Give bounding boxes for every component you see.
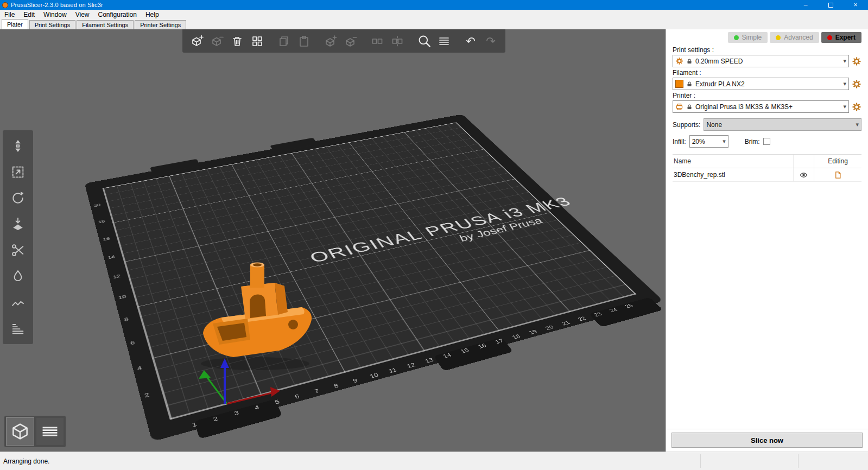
mode-advanced-label: Advanced bbox=[784, 34, 813, 41]
3d-editor-view-button[interactable] bbox=[7, 418, 34, 445]
printer-value: Original Prusa i3 MK3S & MK3S+ bbox=[695, 103, 839, 111]
delete-all-button[interactable] bbox=[228, 32, 246, 50]
minimize-button[interactable]: – bbox=[793, 0, 818, 10]
arrange-button[interactable] bbox=[248, 32, 267, 50]
print-settings-combo[interactable]: 0.20mm SPEED ▾ bbox=[673, 55, 849, 67]
layers-icon bbox=[40, 421, 60, 442]
search-button[interactable] bbox=[415, 32, 433, 50]
supports-combo[interactable]: None ▾ bbox=[704, 118, 861, 131]
app-logo-icon bbox=[2, 2, 8, 8]
filament-label: Filament : bbox=[673, 69, 861, 77]
edit-object-icon[interactable] bbox=[834, 171, 842, 179]
preview-view-button[interactable] bbox=[36, 418, 64, 445]
redo-icon: ↷ bbox=[486, 35, 496, 47]
menu-view[interactable]: View bbox=[71, 10, 94, 19]
tab-print-settings[interactable]: Print Settings bbox=[29, 20, 75, 29]
paint-on-supports-gizmo-button[interactable] bbox=[6, 265, 30, 288]
infill-value: 20% bbox=[692, 138, 719, 145]
maximize-icon bbox=[828, 3, 833, 8]
window-controls: – × bbox=[793, 0, 868, 10]
object-row[interactable]: 3DBenchy_rep.stl bbox=[673, 168, 861, 182]
print-settings-value: 0.20mm SPEED bbox=[695, 58, 839, 65]
print-settings-gear-button[interactable] bbox=[852, 56, 861, 66]
menu-file[interactable]: File bbox=[0, 10, 19, 19]
advanced-mode-dot-icon bbox=[776, 35, 781, 40]
filament-gear-button[interactable] bbox=[852, 79, 861, 89]
filament-value: Extrudr PLA NX2 bbox=[695, 80, 839, 88]
menu-window[interactable]: Window bbox=[39, 10, 71, 19]
settings-sidebar: Simple Advanced Expert Print settings : … bbox=[666, 29, 868, 452]
eye-icon[interactable] bbox=[800, 171, 808, 179]
copy-button[interactable] bbox=[275, 32, 293, 50]
place-on-face-gizmo-button[interactable] bbox=[6, 213, 30, 236]
bed-brand-line1: ORIGINAL PRUSA i3 MK3 bbox=[307, 202, 541, 266]
undo-button[interactable]: ↶ bbox=[461, 32, 480, 50]
menu-help[interactable]: Help bbox=[141, 10, 163, 19]
printer-icon bbox=[675, 103, 683, 111]
statusbar-divider bbox=[798, 454, 799, 468]
tab-plater[interactable]: Plater bbox=[2, 19, 28, 29]
redo-button[interactable]: ↷ bbox=[481, 32, 500, 50]
bed-branding: ORIGINAL PRUSA i3 MK3 by Josef Prusa bbox=[307, 202, 550, 276]
status-text: Arranging done. bbox=[3, 458, 49, 465]
slice-now-button[interactable]: Slice now bbox=[671, 433, 863, 448]
mode-simple-label: Simple bbox=[742, 34, 762, 41]
object-list-header: Name Editing bbox=[673, 155, 861, 168]
column-header-editing: Editing bbox=[814, 155, 861, 168]
supports-label: Supports: bbox=[673, 121, 700, 129]
scale-gizmo-button[interactable] bbox=[6, 161, 30, 183]
tab-printer-settings[interactable]: Printer Settings bbox=[135, 20, 186, 29]
mode-simple-button[interactable]: Simple bbox=[728, 32, 768, 43]
column-header-name: Name bbox=[673, 157, 793, 165]
move-gizmo-button[interactable] bbox=[6, 135, 30, 157]
menu-edit[interactable]: Edit bbox=[19, 10, 39, 19]
undo-icon: ↶ bbox=[466, 35, 476, 47]
paste-button[interactable] bbox=[295, 32, 313, 50]
printer-combo[interactable]: Original Prusa i3 MK3S & MK3S+ ▾ bbox=[673, 100, 849, 113]
supports-value: None bbox=[706, 121, 852, 129]
minimize-icon: – bbox=[804, 1, 808, 9]
mode-expert-label: Expert bbox=[835, 34, 856, 41]
delete-object-button[interactable] bbox=[208, 32, 226, 50]
left-gizmo-toolbar bbox=[3, 130, 33, 344]
filament-color-swatch bbox=[675, 80, 683, 88]
mode-expert-button[interactable]: Expert bbox=[821, 32, 861, 43]
rotate-gizmo-button[interactable] bbox=[6, 187, 30, 209]
menu-configuration[interactable]: Configuration bbox=[94, 10, 141, 19]
seam-painting-gizmo-button[interactable] bbox=[6, 291, 30, 314]
add-object-button[interactable] bbox=[188, 32, 206, 50]
cut-gizmo-button[interactable] bbox=[6, 239, 30, 262]
print-bed[interactable]: ORIGINAL PRUSA i3 MK3 by Josef Prusa 123… bbox=[85, 114, 664, 442]
menubar: File Edit Window View Configuration Help bbox=[0, 10, 868, 19]
window-title: PrusaSlicer-2.3.0 based on Slic3r bbox=[11, 2, 103, 8]
statusbar: Arranging done. bbox=[0, 452, 868, 470]
chevron-down-icon: ▾ bbox=[842, 80, 846, 87]
object-list: Name Editing 3DBenchy_rep.stl bbox=[673, 154, 861, 182]
infill-combo[interactable]: 20% ▾ bbox=[689, 135, 728, 148]
3d-viewport[interactable]: ORIGINAL PRUSA i3 MK3 by Josef Prusa 123… bbox=[0, 29, 666, 452]
lock-icon bbox=[686, 58, 693, 65]
add-instance-button[interactable] bbox=[321, 32, 340, 50]
maximize-button[interactable] bbox=[818, 0, 843, 10]
remove-instance-button[interactable] bbox=[341, 32, 360, 50]
chevron-down-icon: ▾ bbox=[721, 138, 726, 145]
statusbar-divider bbox=[700, 454, 701, 468]
bed-frame: ORIGINAL PRUSA i3 MK3 by Josef Prusa 123… bbox=[85, 114, 664, 442]
mode-advanced-button[interactable]: Advanced bbox=[770, 32, 819, 43]
printer-gear-button[interactable] bbox=[852, 102, 861, 112]
column-header-visibility bbox=[793, 155, 814, 168]
variable-layer-height-button[interactable] bbox=[435, 32, 453, 50]
chevron-down-icon: ▾ bbox=[842, 58, 846, 65]
print-settings-label: Print settings : bbox=[673, 46, 861, 54]
printer-label: Printer : bbox=[673, 92, 861, 99]
close-button[interactable]: × bbox=[843, 0, 868, 10]
split-to-objects-button[interactable] bbox=[368, 32, 387, 50]
filament-combo[interactable]: Extrudr PLA NX2 ▾ bbox=[673, 78, 849, 90]
split-to-parts-button[interactable] bbox=[388, 32, 407, 50]
chevron-down-icon: ▾ bbox=[842, 103, 846, 110]
slice-button-area: Slice now bbox=[666, 429, 868, 452]
tab-filament-settings[interactable]: Filament Settings bbox=[77, 20, 134, 29]
variable-layer-height-gizmo-button[interactable] bbox=[6, 317, 30, 340]
print-profile-gear-icon bbox=[675, 57, 683, 65]
brim-checkbox[interactable] bbox=[763, 138, 770, 145]
